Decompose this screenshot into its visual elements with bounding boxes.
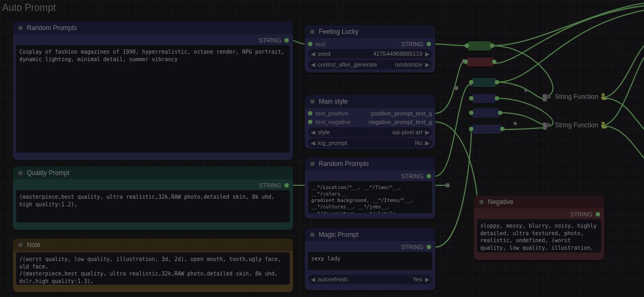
input-text-positive[interactable]: text_positivepositive_prompt_text_g	[308, 109, 432, 118]
output-slot[interactable]: STRING	[308, 171, 432, 181]
node-quality-prompt[interactable]: Quality Prompt STRING	[13, 166, 293, 230]
port-dot-icon	[427, 245, 431, 249]
port-dot-icon	[284, 38, 289, 42]
chevron-left-icon[interactable]: ◀	[310, 140, 316, 147]
svg-point-10	[514, 122, 517, 125]
port-dot-icon	[596, 212, 600, 216]
chevron-right-icon[interactable]: ▶	[425, 276, 430, 283]
node-note[interactable]: Note	[13, 238, 293, 292]
svg-point-5	[454, 86, 458, 90]
mini-node[interactable]	[471, 108, 500, 118]
output-slot[interactable]: STRING	[16, 180, 290, 190]
node-header[interactable]: Main style	[305, 95, 435, 108]
node-header[interactable]: Feeling Lucky	[305, 25, 435, 38]
node-header[interactable]: Note	[13, 238, 293, 251]
port-dot-icon	[427, 42, 431, 46]
widget-control-after-generate[interactable]: ◀control_after_generaterandomize▶	[308, 60, 432, 69]
output-slot[interactable]: STRING	[308, 242, 432, 252]
widget-seed[interactable]: ◀seed427544968885119▶	[308, 49, 432, 59]
mini-node[interactable]	[466, 57, 494, 67]
node-header[interactable]: Negative	[474, 195, 604, 208]
output-slot[interactable]: STRING	[477, 209, 601, 219]
port-dot-icon	[308, 111, 312, 115]
port-dot-icon	[427, 174, 431, 178]
node-string-function-2[interactable]: String Function 🐍	[546, 121, 608, 129]
text-input[interactable]	[16, 45, 290, 153]
chevron-left-icon[interactable]: ◀	[310, 50, 316, 57]
mini-node[interactable]	[467, 41, 492, 50]
port-dot-icon	[308, 42, 312, 46]
node-header[interactable]: Random Prompts	[305, 157, 435, 170]
widget-autorefresh[interactable]: ◀autorefreshYes▶	[308, 274, 432, 284]
node-header[interactable]: Magic Prompt	[305, 228, 435, 241]
chevron-right-icon[interactable]: ▶	[425, 50, 430, 57]
chevron-left-icon[interactable]: ◀	[310, 61, 316, 68]
text-input[interactable]	[16, 190, 290, 222]
node-header[interactable]: Quality Prompt	[13, 166, 293, 179]
widget-style[interactable]: ◀stylesai-pixel art▶	[308, 127, 432, 137]
text-input[interactable]	[16, 252, 290, 285]
node-header[interactable]: Random Prompts	[13, 21, 293, 34]
text-input[interactable]	[477, 219, 601, 252]
node-main-style[interactable]: Main style text_positivepositive_prompt_…	[305, 95, 435, 149]
group-title: Auto Prompt	[2, 2, 56, 13]
node-random-prompts-2[interactable]: Random Prompts STRING	[305, 157, 435, 219]
output-slot[interactable]: STRING	[401, 39, 432, 49]
output-slot[interactable]: STRING	[16, 35, 290, 45]
node-negative[interactable]: Negative STRING	[474, 195, 604, 260]
mini-node[interactable]	[471, 125, 502, 134]
node-string-function-1[interactable]: String Function 🐍	[546, 93, 608, 100]
port-dot-icon	[308, 120, 312, 124]
mini-node[interactable]	[471, 94, 497, 103]
text-input[interactable]	[308, 252, 432, 270]
widget-log-prompt[interactable]: ◀log_promptNo▶	[308, 138, 432, 148]
mini-node[interactable]	[471, 78, 497, 87]
port-dot-icon	[284, 183, 289, 187]
svg-point-11	[524, 89, 528, 92]
text-input[interactable]	[308, 181, 432, 213]
node-random-prompts-1[interactable]: Random Prompts STRING	[13, 21, 293, 160]
chevron-left-icon[interactable]: ◀	[310, 129, 316, 136]
svg-point-4	[445, 183, 450, 187]
input-text-negative[interactable]: text_negativenegative_prompt_text_g	[308, 118, 432, 126]
input-slot-text[interactable]: text	[308, 39, 325, 49]
chevron-left-icon[interactable]: ◀	[310, 276, 316, 283]
chevron-right-icon[interactable]: ▶	[425, 140, 430, 147]
chevron-right-icon[interactable]: ▶	[425, 61, 430, 68]
node-feeling-lucky[interactable]: Feeling Lucky text STRING ◀seed427544968…	[305, 25, 435, 73]
node-magic-prompt[interactable]: Magic Prompt STRING ◀autorefreshYes▶	[305, 228, 435, 290]
chevron-right-icon[interactable]: ▶	[425, 129, 430, 136]
